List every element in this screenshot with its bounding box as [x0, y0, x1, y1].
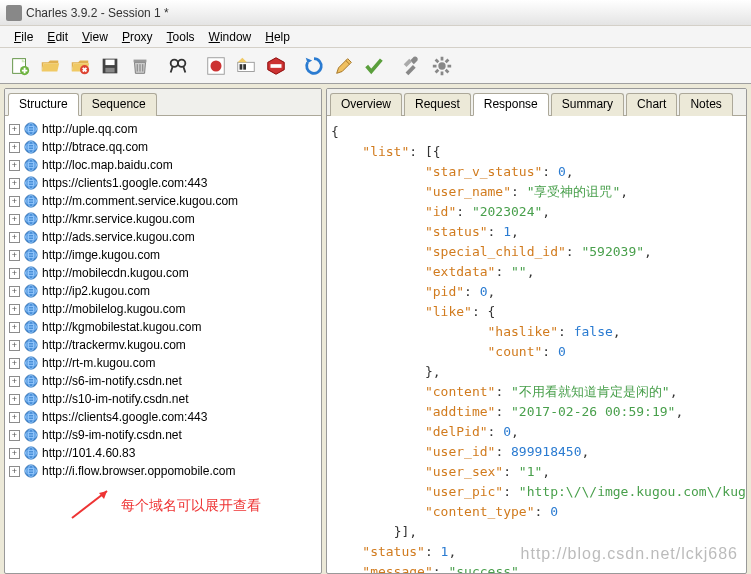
host-node[interactable]: +https://clients1.google.com:443: [7, 174, 319, 192]
expand-icon[interactable]: +: [9, 448, 20, 459]
host-node[interactable]: +http://mobilelog.kugou.com: [7, 300, 319, 318]
expand-icon[interactable]: +: [9, 232, 20, 243]
expand-icon[interactable]: +: [9, 160, 20, 171]
response-body[interactable]: { "list": [{ "star_v_status": 0, "user_n…: [327, 116, 746, 573]
validate-button[interactable]: [360, 52, 388, 80]
save-button[interactable]: [96, 52, 124, 80]
tab-chart[interactable]: Chart: [626, 93, 677, 116]
find-button[interactable]: [164, 52, 192, 80]
globe-icon: [24, 302, 38, 316]
menu-proxy[interactable]: Proxy: [116, 28, 159, 46]
expand-icon[interactable]: +: [9, 142, 20, 153]
globe-icon: [24, 266, 38, 280]
host-node[interactable]: +http://101.4.60.83: [7, 444, 319, 462]
menu-help[interactable]: Help: [259, 28, 296, 46]
expand-icon[interactable]: +: [9, 322, 20, 333]
host-node[interactable]: +http://uple.qq.com: [7, 120, 319, 138]
host-label: http://s6-im-notify.csdn.net: [42, 374, 182, 388]
expand-icon[interactable]: +: [9, 124, 20, 135]
svg-rect-12: [240, 64, 243, 69]
breakpoints-button[interactable]: [262, 52, 290, 80]
new-session-button[interactable]: [6, 52, 34, 80]
host-node[interactable]: +http://s6-im-notify.csdn.net: [7, 372, 319, 390]
host-node[interactable]: +http://loc.map.baidu.com: [7, 156, 319, 174]
expand-icon[interactable]: +: [9, 466, 20, 477]
svg-rect-6: [134, 59, 147, 62]
expand-icon[interactable]: +: [9, 304, 20, 315]
tab-overview[interactable]: Overview: [330, 93, 402, 116]
host-node[interactable]: +http://imge.kugou.com: [7, 246, 319, 264]
tab-summary[interactable]: Summary: [551, 93, 624, 116]
expand-icon[interactable]: +: [9, 394, 20, 405]
host-node[interactable]: +http://ip2.kugou.com: [7, 282, 319, 300]
arrow-icon: [57, 486, 117, 526]
host-label: http://s9-im-notify.csdn.net: [42, 428, 182, 442]
host-node[interactable]: +http://btrace.qq.com: [7, 138, 319, 156]
host-node[interactable]: +http://mobilecdn.kugou.com: [7, 264, 319, 282]
svg-rect-4: [105, 59, 114, 65]
expand-icon[interactable]: +: [9, 430, 20, 441]
expand-icon[interactable]: +: [9, 340, 20, 351]
tools-button[interactable]: [398, 52, 426, 80]
globe-icon: [24, 230, 38, 244]
host-node[interactable]: +http://rt-m.kugou.com: [7, 354, 319, 372]
globe-icon: [24, 464, 38, 478]
expand-icon[interactable]: +: [9, 196, 20, 207]
detail-panel: OverviewRequestResponseSummaryChartNotes…: [326, 88, 747, 574]
expand-icon[interactable]: +: [9, 268, 20, 279]
throttle-button[interactable]: [232, 52, 260, 80]
toolbar: [0, 48, 751, 84]
menu-file[interactable]: File: [8, 28, 39, 46]
host-node[interactable]: +http://m.comment.service.kugou.com: [7, 192, 319, 210]
tab-request[interactable]: Request: [404, 93, 471, 116]
host-label: http://kgmobilestat.kugou.com: [42, 320, 201, 334]
host-label: http://btrace.qq.com: [42, 140, 148, 154]
expand-icon[interactable]: +: [9, 214, 20, 225]
globe-icon: [24, 140, 38, 154]
host-node[interactable]: +http://trackermv.kugou.com: [7, 336, 319, 354]
menu-view[interactable]: View: [76, 28, 114, 46]
compose-button[interactable]: [330, 52, 358, 80]
right-tabs: OverviewRequestResponseSummaryChartNotes: [327, 89, 746, 116]
globe-icon: [24, 158, 38, 172]
host-label: https://clients1.google.com:443: [42, 176, 207, 190]
open-button[interactable]: [36, 52, 64, 80]
expand-icon[interactable]: +: [9, 178, 20, 189]
close-button[interactable]: [66, 52, 94, 80]
expand-icon[interactable]: +: [9, 286, 20, 297]
expand-icon[interactable]: +: [9, 412, 20, 423]
record-button[interactable]: [202, 52, 230, 80]
globe-icon: [24, 320, 38, 334]
host-node[interactable]: +http://kmr.service.kugou.com: [7, 210, 319, 228]
host-node[interactable]: +http://kgmobilestat.kugou.com: [7, 318, 319, 336]
menu-edit[interactable]: Edit: [41, 28, 74, 46]
host-label: http://ip2.kugou.com: [42, 284, 150, 298]
menu-window[interactable]: Window: [203, 28, 258, 46]
tab-notes[interactable]: Notes: [679, 93, 732, 116]
host-node[interactable]: +http://ads.service.kugou.com: [7, 228, 319, 246]
globe-icon: [24, 212, 38, 226]
globe-icon: [24, 194, 38, 208]
host-node[interactable]: +https://clients4.google.com:443: [7, 408, 319, 426]
globe-icon: [24, 428, 38, 442]
menu-tools[interactable]: Tools: [161, 28, 201, 46]
settings-button[interactable]: [428, 52, 456, 80]
host-label: http://mobilelog.kugou.com: [42, 302, 185, 316]
host-tree[interactable]: +http://uple.qq.com+http://btrace.qq.com…: [5, 116, 321, 573]
repeat-button[interactable]: [300, 52, 328, 80]
host-node[interactable]: +http://s9-im-notify.csdn.net: [7, 426, 319, 444]
svg-point-16: [438, 62, 445, 69]
clear-button[interactable]: [126, 52, 154, 80]
host-label: http://i.flow.browser.oppomobile.com: [42, 464, 235, 478]
tab-response[interactable]: Response: [473, 93, 549, 116]
app-icon: [6, 5, 22, 21]
host-node[interactable]: +http://s10-im-notify.csdn.net: [7, 390, 319, 408]
expand-icon[interactable]: +: [9, 358, 20, 369]
globe-icon: [24, 446, 38, 460]
expand-icon[interactable]: +: [9, 250, 20, 261]
host-node[interactable]: +http://i.flow.browser.oppomobile.com: [7, 462, 319, 480]
host-label: http://uple.qq.com: [42, 122, 137, 136]
tab-sequence[interactable]: Sequence: [81, 93, 157, 116]
expand-icon[interactable]: +: [9, 376, 20, 387]
tab-structure[interactable]: Structure: [8, 93, 79, 116]
